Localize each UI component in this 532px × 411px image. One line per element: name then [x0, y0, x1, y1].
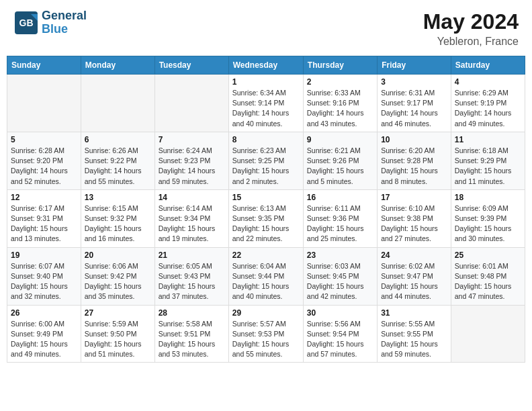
day-info: Sunrise: 6:24 AMSunset: 9:23 PMDaylight:…	[159, 146, 225, 187]
calendar-cell: 14Sunrise: 6:14 AMSunset: 9:34 PMDayligh…	[154, 189, 228, 247]
day-info: Sunrise: 6:07 AMSunset: 9:40 PMDaylight:…	[11, 261, 77, 302]
weekday-header-friday: Friday	[378, 56, 451, 75]
calendar-cell: 11Sunrise: 6:18 AMSunset: 9:29 PMDayligh…	[451, 132, 525, 189]
day-info: Sunrise: 6:00 AMSunset: 9:49 PMDaylight:…	[11, 319, 77, 360]
day-info: Sunrise: 6:09 AMSunset: 9:39 PMDaylight:…	[455, 203, 521, 244]
title-block: May 2024 Yebleron, France	[423, 9, 519, 48]
day-number: 10	[381, 135, 447, 144]
day-number: 9	[307, 135, 373, 144]
day-info: Sunrise: 6:28 AMSunset: 9:20 PMDaylight:…	[11, 146, 77, 187]
calendar-cell: 15Sunrise: 6:13 AMSunset: 9:35 PMDayligh…	[228, 189, 303, 247]
calendar-cell: 28Sunrise: 5:58 AMSunset: 9:51 PMDayligh…	[154, 305, 228, 363]
calendar-cell: 6Sunrise: 6:26 AMSunset: 9:22 PMDaylight…	[81, 132, 154, 189]
calendar-cell	[81, 75, 154, 132]
calendar-cell: 19Sunrise: 6:07 AMSunset: 9:40 PMDayligh…	[7, 247, 81, 305]
day-number: 26	[11, 308, 77, 318]
day-info: Sunrise: 6:18 AMSunset: 9:29 PMDaylight:…	[455, 146, 521, 187]
calendar-cell: 1Sunrise: 6:34 AMSunset: 9:14 PMDaylight…	[228, 75, 303, 132]
day-info: Sunrise: 6:13 AMSunset: 9:35 PMDaylight:…	[232, 203, 300, 244]
day-number: 5	[11, 135, 77, 144]
day-number: 1	[232, 77, 300, 87]
calendar-week-4: 19Sunrise: 6:07 AMSunset: 9:40 PMDayligh…	[7, 247, 525, 305]
day-number: 3	[381, 77, 447, 87]
day-number: 14	[159, 193, 225, 202]
day-info: Sunrise: 6:33 AMSunset: 9:16 PMDaylight:…	[307, 88, 373, 129]
logo-icon: GB	[13, 10, 39, 36]
calendar-cell	[451, 305, 525, 363]
calendar-cell: 18Sunrise: 6:09 AMSunset: 9:39 PMDayligh…	[451, 189, 525, 247]
day-number: 28	[159, 308, 225, 318]
header: GB General Blue May 2024 Yebleron, Franc…	[0, 0, 532, 53]
day-info: Sunrise: 6:26 AMSunset: 9:22 PMDaylight:…	[85, 146, 151, 187]
weekday-header-sunday: Sunday	[7, 56, 81, 75]
calendar-header: SundayMondayTuesdayWednesdayThursdayFrid…	[7, 56, 525, 75]
page: GB General Blue May 2024 Yebleron, Franc…	[0, 0, 532, 411]
day-number: 25	[455, 250, 521, 260]
day-number: 15	[232, 193, 300, 202]
day-number: 2	[307, 77, 373, 87]
calendar-cell: 21Sunrise: 6:05 AMSunset: 9:43 PMDayligh…	[154, 247, 228, 305]
logo-line1: General	[42, 9, 87, 22]
day-number: 12	[11, 193, 77, 202]
day-info: Sunrise: 6:20 AMSunset: 9:28 PMDaylight:…	[381, 146, 447, 187]
calendar-cell: 26Sunrise: 6:00 AMSunset: 9:49 PMDayligh…	[7, 305, 81, 363]
weekday-header-tuesday: Tuesday	[154, 56, 228, 75]
calendar-cell: 16Sunrise: 6:11 AMSunset: 9:36 PMDayligh…	[303, 189, 377, 247]
svg-text:GB: GB	[19, 17, 34, 28]
day-info: Sunrise: 6:17 AMSunset: 9:31 PMDaylight:…	[11, 203, 77, 244]
day-info: Sunrise: 6:01 AMSunset: 9:48 PMDaylight:…	[455, 261, 521, 302]
calendar-cell	[154, 75, 228, 132]
day-number: 13	[85, 193, 151, 202]
logo-line2: Blue	[42, 22, 68, 36]
day-info: Sunrise: 6:21 AMSunset: 9:26 PMDaylight:…	[307, 146, 373, 187]
day-info: Sunrise: 5:55 AMSunset: 9:55 PMDaylight:…	[381, 319, 447, 360]
calendar-cell: 13Sunrise: 6:15 AMSunset: 9:32 PMDayligh…	[81, 189, 154, 247]
day-number: 4	[455, 77, 521, 87]
day-info: Sunrise: 6:05 AMSunset: 9:43 PMDaylight:…	[159, 261, 225, 302]
calendar-week-3: 12Sunrise: 6:17 AMSunset: 9:31 PMDayligh…	[7, 189, 525, 247]
day-info: Sunrise: 6:04 AMSunset: 9:44 PMDaylight:…	[232, 261, 300, 302]
day-number: 22	[232, 250, 300, 260]
day-number: 16	[307, 193, 373, 202]
day-info: Sunrise: 5:57 AMSunset: 9:53 PMDaylight:…	[232, 319, 300, 360]
calendar-cell: 24Sunrise: 6:02 AMSunset: 9:47 PMDayligh…	[378, 247, 451, 305]
calendar-title: May 2024	[423, 9, 519, 34]
day-info: Sunrise: 6:23 AMSunset: 9:25 PMDaylight:…	[232, 146, 300, 187]
day-number: 27	[85, 308, 151, 318]
day-info: Sunrise: 6:06 AMSunset: 9:42 PMDaylight:…	[85, 261, 151, 302]
day-number: 17	[381, 193, 447, 202]
calendar-cell: 25Sunrise: 6:01 AMSunset: 9:48 PMDayligh…	[451, 247, 525, 305]
weekday-header-monday: Monday	[81, 56, 154, 75]
weekday-header-wednesday: Wednesday	[228, 56, 303, 75]
calendar-body: 1Sunrise: 6:34 AMSunset: 9:14 PMDaylight…	[7, 75, 525, 363]
day-number: 7	[159, 135, 225, 144]
weekday-header-saturday: Saturday	[451, 56, 525, 75]
day-info: Sunrise: 6:31 AMSunset: 9:17 PMDaylight:…	[381, 88, 447, 129]
day-info: Sunrise: 6:10 AMSunset: 9:38 PMDaylight:…	[381, 203, 447, 244]
calendar-week-5: 26Sunrise: 6:00 AMSunset: 9:49 PMDayligh…	[7, 305, 525, 363]
day-number: 24	[381, 250, 447, 260]
calendar-cell: 20Sunrise: 6:06 AMSunset: 9:42 PMDayligh…	[81, 247, 154, 305]
day-number: 31	[381, 308, 447, 318]
calendar-cell: 7Sunrise: 6:24 AMSunset: 9:23 PMDaylight…	[154, 132, 228, 189]
day-number: 29	[232, 308, 300, 318]
calendar-cell: 17Sunrise: 6:10 AMSunset: 9:38 PMDayligh…	[378, 189, 451, 247]
calendar-cell: 12Sunrise: 6:17 AMSunset: 9:31 PMDayligh…	[7, 189, 81, 247]
day-info: Sunrise: 6:02 AMSunset: 9:47 PMDaylight:…	[381, 261, 447, 302]
day-info: Sunrise: 6:29 AMSunset: 9:19 PMDaylight:…	[455, 88, 521, 129]
day-number: 30	[307, 308, 373, 318]
logo-text: General Blue	[42, 9, 87, 36]
day-info: Sunrise: 6:11 AMSunset: 9:36 PMDaylight:…	[307, 203, 373, 244]
calendar-cell: 5Sunrise: 6:28 AMSunset: 9:20 PMDaylight…	[7, 132, 81, 189]
calendar-cell: 10Sunrise: 6:20 AMSunset: 9:28 PMDayligh…	[378, 132, 451, 189]
logo: GB General Blue	[13, 9, 87, 36]
calendar-cell: 22Sunrise: 6:04 AMSunset: 9:44 PMDayligh…	[228, 247, 303, 305]
day-info: Sunrise: 5:56 AMSunset: 9:54 PMDaylight:…	[307, 319, 373, 360]
calendar-table: SundayMondayTuesdayWednesdayThursdayFrid…	[7, 56, 525, 363]
day-number: 18	[455, 193, 521, 202]
day-number: 23	[307, 250, 373, 260]
calendar-cell: 2Sunrise: 6:33 AMSunset: 9:16 PMDaylight…	[303, 75, 377, 132]
calendar-location: Yebleron, France	[423, 36, 519, 48]
calendar-cell: 29Sunrise: 5:57 AMSunset: 9:53 PMDayligh…	[228, 305, 303, 363]
calendar-cell: 27Sunrise: 5:59 AMSunset: 9:50 PMDayligh…	[81, 305, 154, 363]
